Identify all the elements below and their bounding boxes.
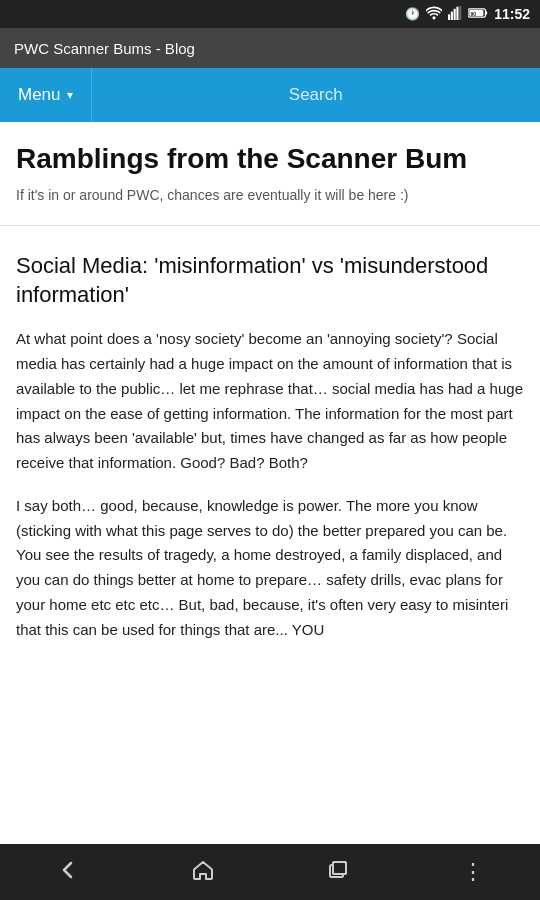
article-card: Social Media: 'misinformation' vs 'misun… — [0, 234, 540, 662]
back-icon — [56, 858, 80, 887]
blog-subtitle: If it's in or around PWC, chances are ev… — [16, 186, 524, 206]
svg-text:90: 90 — [471, 11, 477, 17]
nav-bar: ⋮ — [0, 844, 540, 900]
svg-rect-7 — [486, 11, 488, 14]
svg-rect-2 — [454, 8, 456, 19]
article-title: Social Media: 'misinformation' vs 'misun… — [16, 252, 524, 309]
svg-rect-4 — [459, 6, 461, 20]
blog-title: Ramblings from the Scanner Bum — [16, 142, 524, 176]
home-button[interactable] — [173, 852, 233, 892]
article-paragraph-2: I say both… good, because, knowledge is … — [16, 494, 524, 643]
svg-rect-0 — [448, 14, 450, 20]
home-icon — [191, 858, 215, 887]
svg-rect-3 — [457, 6, 459, 19]
status-bar: 🕐 90 11:52 — [0, 0, 540, 28]
title-bar: PWC Scanner Bums - Blog — [0, 28, 540, 68]
svg-rect-1 — [451, 11, 453, 19]
wifi-icon — [426, 6, 442, 23]
more-button[interactable]: ⋮ — [443, 852, 503, 892]
search-label: Search — [289, 85, 343, 105]
back-button[interactable] — [38, 852, 98, 892]
more-icon: ⋮ — [462, 859, 484, 885]
title-bar-text: PWC Scanner Bums - Blog — [14, 40, 195, 57]
menu-label: Menu — [18, 85, 61, 105]
recents-icon — [327, 859, 349, 886]
battery-icon: 90 — [468, 7, 488, 22]
hero-card: Ramblings from the Scanner Bum If it's i… — [0, 122, 540, 226]
action-bar: Menu ▾ Search — [0, 68, 540, 122]
svg-rect-10 — [333, 862, 346, 874]
article-paragraph-1: At what point does a 'nosy society' beco… — [16, 327, 524, 476]
alarm-icon: 🕐 — [405, 7, 420, 21]
chevron-down-icon: ▾ — [67, 88, 73, 102]
menu-button[interactable]: Menu ▾ — [0, 68, 92, 122]
signal-icon — [448, 6, 462, 23]
status-time: 11:52 — [494, 6, 530, 22]
content-area: Ramblings from the Scanner Bum If it's i… — [0, 122, 540, 844]
search-button[interactable]: Search — [92, 68, 540, 122]
recents-button[interactable] — [308, 852, 368, 892]
